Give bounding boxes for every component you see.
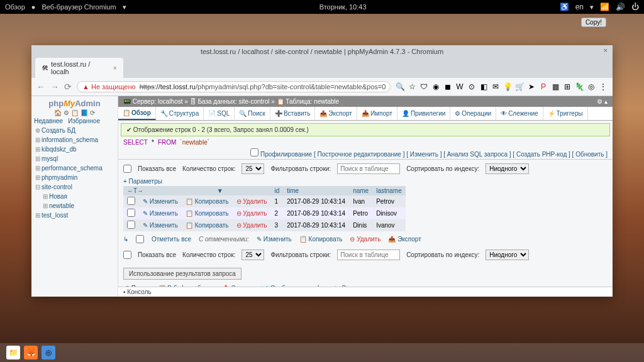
- row-checkbox[interactable]: [127, 209, 135, 217]
- row-copy[interactable]: 📋 Копировать: [182, 195, 233, 207]
- db-item[interactable]: ⊞information_schema: [34, 135, 115, 145]
- dock-chromium-icon[interactable]: ◎: [42, 346, 55, 359]
- db-item[interactable]: ⊞test_losst: [34, 211, 115, 220]
- back-icon[interactable]: ←: [36, 82, 45, 92]
- row-delete[interactable]: ⊖ Удалить: [233, 207, 271, 219]
- tab-operations[interactable]: ⚙ Операции: [450, 107, 496, 120]
- row-copy[interactable]: 📋 Копировать: [182, 207, 233, 219]
- forward-icon: →: [50, 82, 59, 92]
- search-icon[interactable]: 🔍: [396, 82, 404, 91]
- network-icon[interactable]: 📶: [600, 3, 609, 11]
- col-id[interactable]: id: [270, 186, 283, 195]
- row-delete[interactable]: ⊖ Удалить: [233, 195, 271, 207]
- recent-tab[interactable]: Недавнее: [34, 118, 63, 124]
- pinterest-icon[interactable]: P: [539, 82, 548, 91]
- db-item[interactable]: ⊞kibqdskz_db: [34, 145, 115, 154]
- url-input[interactable]: ▲ Не защищено https://test.losst.ru/phpm…: [77, 81, 391, 92]
- copy-button[interactable]: Copy!: [581, 18, 606, 27]
- overview-label[interactable]: Обзор: [5, 3, 25, 11]
- dock-firefox-icon[interactable]: 🦊: [24, 346, 38, 359]
- row-copy[interactable]: 📋 Копировать: [182, 219, 233, 231]
- db-item[interactable]: ⊞phpmyadmin: [34, 173, 115, 182]
- browser-tab[interactable]: 🛠 test.losst.ru / localh ×: [35, 58, 123, 78]
- tab-export[interactable]: 📤 Экспорт: [315, 107, 357, 120]
- row-edit[interactable]: ✎ Изменить: [139, 207, 182, 219]
- db-item[interactable]: ⊞mysql: [34, 154, 115, 163]
- row-count-select[interactable]: 25: [242, 163, 264, 174]
- browser-tabstrip: 🛠 test.losst.ru / localh × Copy!: [31, 58, 613, 78]
- window-title: test.losst.ru / localhost / site-control…: [201, 48, 443, 55]
- breadcrumb: 📟 Сервер: localhost » 🗄 База данных: sit…: [118, 96, 613, 107]
- menu-icon[interactable]: ⋮: [599, 82, 608, 91]
- db-child[interactable]: ⊞Новая: [34, 192, 115, 201]
- tab-search[interactable]: 🔍 Поиск: [235, 107, 270, 120]
- filter-input[interactable]: [337, 163, 400, 174]
- tab-privileges[interactable]: 👤 Привилегии: [397, 107, 450, 120]
- results-table: ←T→ ▼ id time name lastname ✎ Изменить 📋…: [123, 186, 406, 231]
- tab-browse[interactable]: 📋 Обзор: [118, 107, 156, 120]
- bulk-export[interactable]: 📤 Экспорт: [388, 236, 421, 243]
- params-toggle[interactable]: + Параметры: [118, 178, 613, 185]
- row-checkbox[interactable]: [127, 221, 135, 229]
- refresh-link[interactable]: Обновить: [575, 151, 604, 158]
- row-checkbox[interactable]: [127, 197, 135, 205]
- row-edit[interactable]: ✎ Изменить: [139, 219, 182, 231]
- a11y-icon[interactable]: ♿: [560, 3, 569, 11]
- tab-structure[interactable]: 🔧 Структура: [156, 107, 204, 120]
- analyze-link[interactable]: Анализ SQL запроса: [447, 151, 508, 158]
- profiling-checkbox[interactable]: [250, 148, 258, 156]
- close-icon[interactable]: ×: [604, 47, 608, 54]
- tab-tracking[interactable]: 👁 Слежение: [496, 107, 543, 120]
- window-titlebar: test.losst.ru / localhost / site-control…: [31, 45, 613, 58]
- bulk-actions: ↳ Отметить все С отмеченными: ✎ Изменить…: [118, 233, 613, 246]
- inline-edit-link[interactable]: Построчное редактирование: [318, 151, 401, 158]
- sort-select[interactable]: Ниодного: [486, 163, 529, 174]
- col-lastname[interactable]: lastname: [372, 186, 406, 195]
- pma-sidebar: phpMyAdmin 🏠 ⚙ 📋 📘 ⟳ Недавнее Избранное …: [31, 96, 118, 297]
- db-child-selected[interactable]: ⊞newtable: [34, 201, 115, 211]
- desktop-topbar: Обзор ● Веб-браузер Chromium ▾ Вторник, …: [0, 0, 644, 14]
- desktop-dock: 📁 🦊 ◎: [0, 343, 644, 362]
- create-db-link[interactable]: ⊕Создать БД: [34, 126, 115, 135]
- bulk-copy[interactable]: 📋 Копировать: [299, 236, 343, 243]
- pma-tabbar: 📋 Обзор 🔧 Структура 📄 SQL 🔍 Поиск ➕ Вста…: [118, 107, 613, 121]
- extensions: 🔍☆ 🛡◉◼W ⊙◧✉💡 🛒➤P ▦⊞🦎◎ ⋮: [396, 82, 608, 91]
- app-name[interactable]: Веб-браузер Chromium: [42, 3, 116, 11]
- star-icon[interactable]: ☆: [408, 82, 416, 91]
- show-all-checkbox[interactable]: [123, 165, 131, 173]
- row-delete[interactable]: ⊖ Удалить: [233, 219, 271, 231]
- console-toggle[interactable]: ▪ Консоль: [118, 287, 613, 297]
- lang-indicator[interactable]: en: [575, 3, 584, 11]
- pma-logo: phpMyAdmin: [34, 99, 115, 108]
- query-results-panel: Использование результатов запроса: [123, 268, 242, 280]
- bulk-delete[interactable]: ⊖ Удалить: [350, 236, 380, 243]
- check-all[interactable]: [136, 235, 144, 243]
- table-row: ✎ Изменить 📋 Копировать ⊖ Удалить 32017-…: [123, 219, 406, 231]
- php-link[interactable]: Создать PHP-код: [516, 151, 567, 158]
- profile-links: Профилирование [ Построчное редактирован…: [118, 147, 613, 160]
- tab-sql[interactable]: 📄 SQL: [204, 107, 235, 120]
- volume-icon[interactable]: 🔊: [616, 3, 625, 11]
- favorites-tab[interactable]: Избранное: [68, 118, 100, 124]
- db-item-open[interactable]: ⊟site-control: [34, 182, 115, 192]
- db-item[interactable]: ⊞performance_schema: [34, 163, 115, 173]
- col-name[interactable]: name: [349, 186, 372, 195]
- tab-insert[interactable]: ➕ Вставить: [270, 107, 315, 120]
- gear-icon[interactable]: ⚙ ▴: [597, 98, 608, 105]
- controls-row-bottom: Показать все Количество строк: 25 Фильтр…: [118, 246, 613, 264]
- dock-files-icon[interactable]: 📁: [6, 346, 20, 359]
- row-edit[interactable]: ✎ Изменить: [139, 195, 182, 207]
- tab-close-icon[interactable]: ×: [113, 64, 117, 72]
- bulk-edit[interactable]: ✎ Изменить: [257, 236, 292, 243]
- table-row: ✎ Изменить 📋 Копировать ⊖ Удалить 12017-…: [123, 195, 406, 207]
- col-time[interactable]: time: [283, 186, 349, 195]
- clock[interactable]: Вторник, 10:43: [319, 3, 367, 11]
- result-message: ✔ Отображение строк 0 - 2 (3 всего, Запр…: [121, 123, 610, 136]
- sidebar-quick-icons[interactable]: 🏠 ⚙ 📋 📘 ⟳: [34, 109, 115, 116]
- address-bar: ← → ⟳ ▲ Не защищено https://test.losst.r…: [31, 78, 613, 96]
- tab-import[interactable]: 📥 Импорт: [357, 107, 397, 120]
- edit-link[interactable]: Изменить: [410, 151, 438, 158]
- reload-icon[interactable]: ⟳: [64, 82, 72, 92]
- power-icon[interactable]: ⏻: [631, 3, 639, 11]
- tab-triggers[interactable]: ⚡ Триггеры: [543, 107, 588, 120]
